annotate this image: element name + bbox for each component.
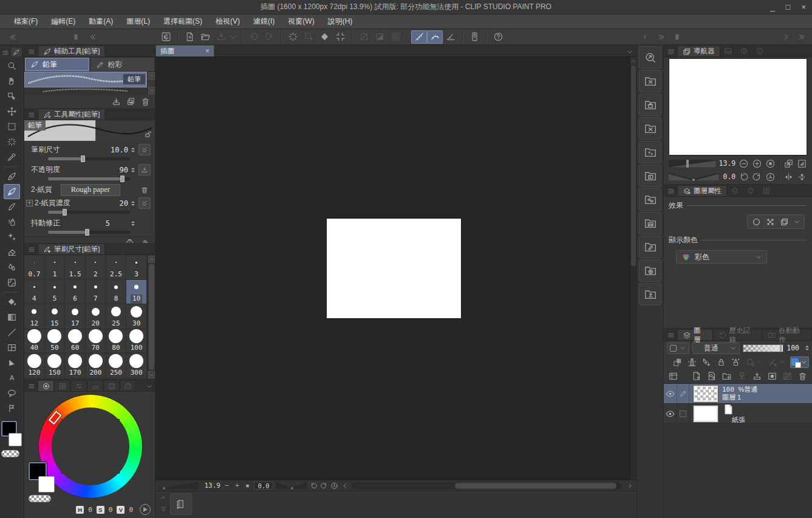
scrollbar-thumb[interactable] <box>455 483 616 489</box>
snap-to-special-ruler-button[interactable] <box>427 30 443 44</box>
menu-item[interactable]: 動畫(A) <box>82 15 120 29</box>
stabilization-value[interactable]: 5 <box>106 219 110 228</box>
brush-size-60[interactable]: 60 <box>65 329 86 354</box>
new-raster-layer-icon[interactable] <box>691 371 701 381</box>
clip-at-layer-icon[interactable] <box>672 357 683 367</box>
brush-size-170[interactable]: 170 <box>65 353 86 378</box>
scroll-left-icon[interactable] <box>341 482 349 490</box>
dynamics-button[interactable] <box>138 144 151 155</box>
brush-size-8[interactable]: 8 <box>106 280 127 305</box>
panel-menu-icon[interactable] <box>2 49 9 56</box>
brush-size-12[interactable]: 12 <box>24 304 45 329</box>
expand-selection-button[interactable] <box>332 30 348 44</box>
scroll-up-icon[interactable] <box>148 256 155 263</box>
brush-size-6[interactable]: 6 <box>65 280 86 305</box>
tool-pencil[interactable] <box>4 184 20 199</box>
brush-size-15[interactable]: 15 <box>45 304 66 329</box>
new-file-button[interactable] <box>182 30 197 44</box>
navigator-preview[interactable] <box>669 58 807 155</box>
tool-liquify[interactable] <box>4 275 20 290</box>
delete-layer-icon[interactable] <box>797 371 808 381</box>
import-subtool-icon[interactable] <box>111 97 121 107</box>
brush-size-2.5[interactable]: 2.5 <box>106 255 127 280</box>
lock-transparent-icon[interactable] <box>731 357 741 367</box>
flip-horizontal-icon[interactable] <box>783 171 794 182</box>
subtool-tab-pencil[interactable]: 鉛筆 <box>24 57 90 72</box>
reset-rotation-icon[interactable] <box>765 171 776 182</box>
tool-gradient[interactable] <box>4 310 20 325</box>
tab-subview[interactable] <box>720 46 736 56</box>
scroll-right-icon[interactable] <box>626 482 633 490</box>
stepper[interactable] <box>131 221 135 226</box>
transparent-color-swatch[interactable] <box>1 450 19 457</box>
brush-size-3[interactable]: 3 <box>126 255 147 280</box>
panel-menu-icon[interactable] <box>26 110 38 120</box>
minimize-button[interactable]: _ <box>770 2 774 12</box>
expand-down-icon[interactable] <box>160 505 167 513</box>
saturation-value-square[interactable] <box>62 420 119 473</box>
brush-size-150[interactable]: 150 <box>45 353 66 378</box>
brush-size-70[interactable]: 70 <box>86 329 106 354</box>
dynamics-button[interactable] <box>138 197 151 209</box>
navigator-zoom-slider[interactable] <box>669 160 716 168</box>
delete-subtool-icon[interactable] <box>140 97 151 107</box>
brush-size-5[interactable]: 5 <box>45 280 66 305</box>
expand-right-icon[interactable] <box>657 33 666 41</box>
palette-color-combo[interactable] <box>667 342 689 354</box>
layer-visibility-icon[interactable] <box>664 409 677 419</box>
rotate-right-icon[interactable] <box>752 171 762 182</box>
tool-brush[interactable] <box>4 199 20 214</box>
rotation-slider[interactable] <box>276 482 307 489</box>
collapse-up-icon[interactable] <box>160 494 167 502</box>
tool-operation[interactable] <box>4 401 20 416</box>
background-color-swatch[interactable] <box>38 476 55 492</box>
scroll-up-icon[interactable] <box>630 57 636 65</box>
close-button[interactable]: × <box>801 2 806 12</box>
new-folder-icon[interactable] <box>722 371 732 381</box>
layer-row[interactable]: 100 %普通圖層 1 <box>664 384 812 404</box>
brush-size-100[interactable]: 100 <box>126 329 147 354</box>
menu-item[interactable]: 編輯(E) <box>44 15 82 29</box>
duplicate-subtool-icon[interactable] <box>126 97 136 107</box>
color-mode-toggle[interactable] <box>140 504 151 515</box>
hue-marker[interactable] <box>49 411 62 424</box>
tab-approx-color[interactable] <box>87 380 103 391</box>
transparent-color-swatch[interactable] <box>29 495 51 502</box>
brush-size-20[interactable]: 20 <box>86 304 106 329</box>
panel-menu-icon[interactable] <box>26 245 38 254</box>
brush-size-0.7[interactable]: 0.7 <box>24 255 45 280</box>
scroll-down-icon[interactable] <box>148 371 155 378</box>
menu-item[interactable]: 圖層(L) <box>120 15 157 29</box>
scrollbar-thumb[interactable] <box>149 264 154 370</box>
flip-vertical-icon[interactable] <box>797 171 807 182</box>
close-tab-icon[interactable]: × <box>205 47 210 55</box>
tool-ruler[interactable] <box>4 355 20 370</box>
zoom-in-button[interactable]: + <box>233 482 241 490</box>
tool-move-canvas[interactable] <box>4 73 20 89</box>
brush-size-1.5[interactable]: 1.5 <box>65 255 86 280</box>
slider-thumb[interactable] <box>780 344 782 352</box>
subtool-tab-pastel[interactable]: 粉彩 <box>90 57 155 72</box>
lock-layer-icon[interactable] <box>716 357 726 367</box>
tool-operate-object[interactable] <box>4 89 20 104</box>
tool-property-tab[interactable]: 工具屬性[鉛筆] <box>38 109 105 120</box>
more-tabs-icon[interactable] <box>146 383 155 390</box>
fit-to-screen-icon[interactable] <box>783 158 794 169</box>
layer-checkbox[interactable] <box>680 411 686 417</box>
tool-blend[interactable] <box>4 260 20 275</box>
tab-color-history[interactable] <box>103 380 120 391</box>
horizontal-scrollbar[interactable] <box>352 482 622 489</box>
opacity-slider[interactable] <box>48 177 130 180</box>
zoom-slider[interactable] <box>159 482 199 489</box>
tool-text[interactable]: A <box>4 370 20 386</box>
paper-density-value[interactable]: 20 <box>120 199 128 208</box>
open-file-button[interactable] <box>197 30 213 44</box>
brush-size-120[interactable]: 120 <box>24 353 45 378</box>
document-canvas[interactable] <box>327 219 461 318</box>
subtool-item-next[interactable] <box>24 87 147 92</box>
collapse-panel-icon[interactable] <box>89 33 97 41</box>
extract-line-icon[interactable] <box>779 217 790 227</box>
scroll-down-icon[interactable] <box>148 87 155 94</box>
zoom-reset-button[interactable]: ▪ <box>244 482 251 490</box>
auto-action-tab[interactable]: 自動動作 <box>762 329 812 340</box>
